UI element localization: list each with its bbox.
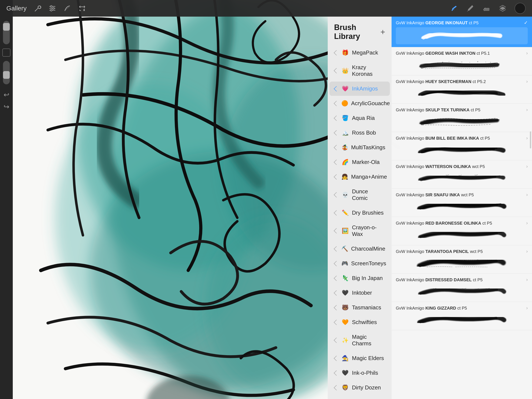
category-item-magic-charms[interactable]: ✨ Magic Charms [329,330,390,351]
svg-point-18 [465,260,466,261]
category-item-dunce-comic[interactable]: 💀 Dunce Comic [329,184,390,205]
category-item-krazy-koronas[interactable]: 👑 Krazy Koronas [329,60,390,81]
brush-name-row-bum: GvW InkAmigo BUM BILL BEE IMKA INKA ct P… [396,135,528,141]
opacity-slider[interactable] [3,61,10,84]
panel-title: Brush Library [334,23,380,41]
svg-point-15 [490,62,491,63]
category-arrow-manga [334,174,339,180]
category-item-dry-brushies[interactable]: ✏️ Dry Brushies [329,206,390,220]
category-name-ross: Ross Bob [352,129,385,136]
category-arrow-ross [334,130,339,135]
category-item-inktober[interactable]: 🖤 Inktober [329,286,390,300]
category-item-manga-anime[interactable]: 👧 Manga+Anime [329,170,390,184]
category-arrow-inkamigos [334,86,339,91]
category-list: Brush Library + 🎁 MegaPack 👑 Krazy Koron… [328,17,392,399]
gallery-button[interactable]: Gallery [6,5,27,12]
category-item-magic-elders[interactable]: 🧙 Magic Elders [329,351,390,365]
size-slider[interactable] [3,21,10,44]
scroll-indicator[interactable] [530,131,531,148]
category-item-ink-o-phils[interactable]: 🖤 Ink-o-Phils [329,366,390,380]
brush-item-skulp-tex-turinka[interactable]: GvW InkAmigo SKULP TEX TURINKA ct P5 › [392,104,532,132]
brush-name-tarantoga: GvW InkAmigo TARANTOGA PENCIL wct P5 [396,249,483,254]
category-emoji-multi: 🤹 [341,144,348,151]
category-emoji-biginjapan: 🦎 [341,275,349,282]
brush-item-king-gizzard[interactable]: GvW InkAmigo KING GIZZARD ct P5 › [392,302,532,330]
category-item-marker-ola[interactable]: 🌈 Marker-Ola [329,155,390,169]
brush-item-sir-snafu-inka[interactable]: GvW InkAmigo SIR SNAFU INKA wct P5 › [392,189,532,217]
category-item-dirty-dozen[interactable]: 🦁 Dirty Dozen [329,380,390,395]
category-name-charcoal: CharcoalMine [351,245,385,252]
brush-item-george-inkonaut[interactable]: GvW InkAmigo GEORGE INKONAUT ct P5 ✓ [392,17,532,47]
category-arrow-multi [334,145,339,150]
category-item-charcoalmine[interactable]: ⛏️ CharcoalMine [329,242,390,256]
category-arrow-magic-charms [334,337,339,343]
category-name-dunce: Dunce Comic [352,188,385,201]
brush-item-bum-bill-bee[interactable]: GvW InkAmigo BUM BILL BEE IMKA INKA ct P… [392,132,532,160]
brush-preview-snafu [396,199,528,214]
category-name-schwifties: Schwifties [352,319,385,326]
brush-edit-arrow-snafu: › [526,192,528,198]
category-item-multitaskings[interactable]: 🤹 MultiTasKings [329,140,390,154]
category-emoji-dunce: 💀 [341,192,349,198]
category-name-acrylic: AcrylicGouache [351,100,390,107]
category-item-megapack[interactable]: 🎁 MegaPack [329,45,390,60]
category-item-screentoneys[interactable]: 🎮 ScreenToneys [329,256,390,271]
category-arrow-tasmaniacs [334,305,339,310]
category-name-dry: Dry Brushies [352,210,385,216]
brush-preview-distressed [396,284,528,299]
category-item-schwifties[interactable]: 🧡 Schwifties [329,315,390,329]
sidebar-shape [2,49,10,57]
category-item-tasmaniacs[interactable]: 🐻 Tasmaniacs [329,300,390,315]
panel-header: Brush Library + [328,17,392,45]
add-brush-button[interactable]: + [380,28,385,36]
undo-button[interactable]: ↩ [4,91,9,99]
category-arrow-dirty-dozen [334,385,339,390]
adjustments-icon[interactable] [48,4,56,12]
brush-edit-arrow-wash: › [526,51,528,56]
category-item-acrylicgouache[interactable]: 🟠 AcrylicGouache [329,96,390,110]
wrench-icon[interactable] [33,4,42,12]
brush-name-george: GvW InkAmigo GEORGE INKONAUT ct P5 [396,20,479,25]
brush-preview-watterson [396,171,528,186]
category-emoji-charcoal: ⛏️ [341,245,348,252]
svg-point-12 [477,61,478,62]
brush-preview-skulp [396,114,528,129]
brush-item-george-wash-inkton[interactable]: GvW InkAmigo GEORGE WASH INKTON ct P5.1 … [392,47,532,75]
eraser-tool-icon[interactable] [482,4,491,13]
pen-tool-icon[interactable] [450,4,458,13]
brush-edit-arrow-red: › [526,220,528,226]
brush-name-wash: GvW InkAmigo GEORGE WASH INKTON ct P5.1 [396,51,490,56]
toolbar-right [450,3,526,14]
brush-name-row-watterson: GvW InkAmigo WATTERSON OILINKA wct P5 › [396,164,528,169]
category-arrow-aqua [334,116,339,121]
brush-name-red: GvW InkAmigo RED BARONESSE OILINKA ct P5 [396,221,492,226]
category-name-megapack: MegaPack [352,49,385,56]
color-swatch[interactable] [514,3,526,14]
category-name-manga: Manga+Anime [351,174,387,180]
redo-button[interactable]: ↪ [4,103,9,111]
category-item-big-in-japan[interactable]: 🦎 Big In Japan [329,271,390,285]
brush-tool-icon[interactable] [466,4,475,13]
brush-name-row-red: GvW InkAmigo RED BARONESSE OILINKA ct P5… [396,220,528,226]
category-item-inkamigos[interactable]: 💗 InkAmigos [329,82,390,96]
brush-preview-red [396,228,528,243]
category-name-inktober: Inktober [352,290,385,296]
category-name-multi: MultiTasKings [351,144,385,151]
brush-item-huey-sketcherman[interactable]: GvW InkAmigo HUEY SKETCHERMAN ct P5.2 › [392,75,532,104]
svg-point-10 [461,62,462,62]
brush-item-tarantoga-pencil[interactable]: GvW InkAmigo TARANTOGA PENCIL wct P5 › [392,245,532,274]
category-item-texturama[interactable]: 🪨 TexTurama [329,395,390,399]
brush-item-distressed-damsel[interactable]: GvW InkAmigo DISTRESSED DAMSEL ct P5 › [392,274,532,302]
category-item-crayon-o-wax[interactable]: 🖼️ Crayon-o-Wax [329,220,390,241]
category-item-ross-bob[interactable]: 🏔️ Ross Bob [329,126,390,140]
layers-tool-icon[interactable] [498,4,507,13]
brush-selected-check: ✓ [524,20,528,26]
svg-point-16 [442,260,443,261]
brush-item-watterson-oilinka[interactable]: GvW InkAmigo WATTERSON OILINKA wct P5 › [392,160,532,189]
category-name-screen: ScreenToneys [351,260,386,267]
brush-item-red-baronesse[interactable]: GvW InkAmigo RED BARONESSE OILINKA ct P5… [392,217,532,245]
transform-icon[interactable] [78,4,86,12]
brush-name-distressed: GvW InkAmigo DISTRESSED DAMSEL ct P5 [396,277,483,282]
smudge-icon[interactable] [63,4,71,12]
category-item-aqua-ria[interactable]: 🪣 Aqua Ria [329,111,390,125]
